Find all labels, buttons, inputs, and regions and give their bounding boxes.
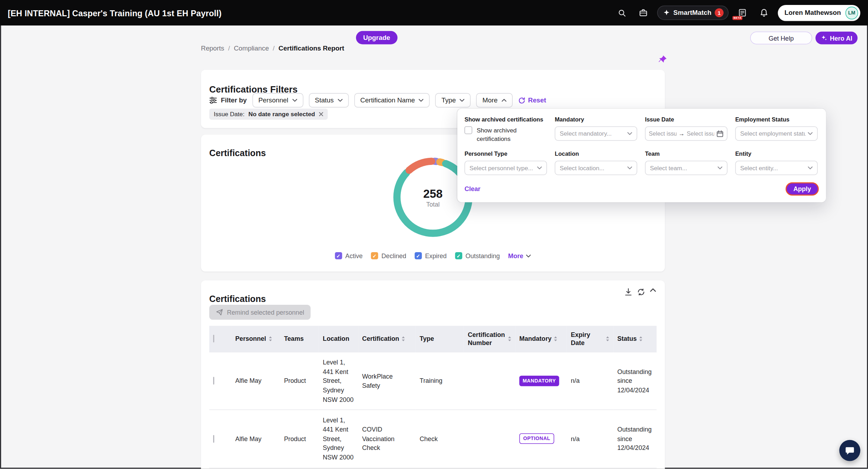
checkbox-checked[interactable] — [455, 252, 462, 259]
cell-teams: Product — [280, 352, 319, 410]
table-title: Certifications — [209, 295, 266, 304]
personnel-type-select[interactable]: Select personnel type... — [464, 161, 547, 175]
pin-report-button[interactable] — [657, 54, 668, 65]
column-header-type[interactable]: Type — [416, 326, 464, 352]
sort-icon[interactable] — [554, 336, 557, 342]
smartmatch-button[interactable]: SmartMatch 1 — [657, 6, 729, 20]
refresh-button[interactable] — [637, 288, 645, 296]
type-filter-button[interactable]: Type — [435, 93, 471, 108]
calendar-icon[interactable] — [716, 130, 723, 137]
chevron-down-icon — [460, 99, 465, 102]
chevron-down-icon — [627, 132, 632, 135]
topbar-actions: SmartMatch 1 BETA Loren Mathewson LM — [614, 5, 860, 21]
apply-filters-button[interactable]: Apply — [785, 182, 819, 196]
legend-outstanding[interactable]: Outstanding — [455, 252, 500, 259]
issue-date-to-input[interactable]: Select issu — [687, 130, 714, 137]
column-header-location[interactable]: Location — [319, 326, 358, 352]
column-header-certification-number[interactable]: Certification Number — [464, 326, 516, 352]
beta-badge: BETA — [733, 16, 743, 20]
more-filter-button[interactable]: More — [476, 93, 513, 108]
user-menu[interactable]: Loren Mathewson LM — [778, 5, 860, 21]
legend-active[interactable]: Active — [335, 252, 363, 259]
status-filter-button[interactable]: Status — [309, 93, 349, 108]
breadcrumb-separator: / — [228, 44, 230, 52]
chat-widget-button[interactable] — [839, 440, 861, 461]
column-header-status[interactable]: Status — [613, 326, 656, 352]
search-button[interactable] — [614, 5, 629, 20]
column-header-certification[interactable]: Certification — [358, 326, 416, 352]
checkbox-checked[interactable] — [415, 252, 422, 259]
cell-status: Outstanding since 12/04/2024 — [613, 352, 656, 410]
reset-filters-button[interactable]: Reset — [518, 96, 546, 104]
get-help-button[interactable]: Get Help — [750, 31, 812, 44]
column-header-expiry-date[interactable]: Expiry Date — [567, 326, 614, 352]
mandatory-select[interactable]: Select mandatory... — [555, 126, 637, 141]
issue-date-from-input[interactable]: Select issu — [649, 130, 676, 137]
show-archived-checkbox[interactable]: Show archived certifications — [464, 126, 547, 143]
filter-by-label: Filter by — [209, 96, 247, 104]
sort-icon[interactable] — [639, 336, 643, 342]
checkbox-checked[interactable] — [371, 252, 378, 259]
active-filter-chips: Issue Date: No date range selected — [209, 109, 328, 120]
checkbox-checked[interactable] — [335, 252, 342, 259]
checkbox-unchecked[interactable] — [464, 126, 472, 134]
select-all-checkbox[interactable] — [213, 335, 214, 343]
issue-date-chip[interactable]: Issue Date: No date range selected — [209, 109, 328, 120]
close-icon[interactable] — [319, 112, 324, 117]
chevron-down-icon — [292, 99, 297, 102]
table-actions — [625, 288, 658, 296]
sort-icon[interactable] — [402, 336, 405, 342]
sort-icon[interactable] — [508, 336, 512, 342]
filter-row: Filter by Personnel Status Certification… — [209, 93, 546, 108]
chevron-down-icon — [627, 166, 632, 169]
hero-ai-label: Hero AI — [830, 35, 852, 41]
sort-icon[interactable] — [268, 336, 272, 342]
cell-teams: Product — [280, 410, 319, 468]
personnel-filter-button[interactable]: Personnel — [252, 93, 303, 108]
row-checkbox[interactable] — [213, 435, 214, 443]
row-checkbox[interactable] — [213, 377, 214, 385]
upgrade-button[interactable]: Upgrade — [356, 31, 397, 44]
cell-expiry-date: n/a — [567, 410, 614, 468]
employment-status-field: Employment Status Select employment stat… — [735, 116, 818, 143]
breadcrumb-reports[interactable]: Reports — [201, 44, 224, 52]
cell-location: Level 1, 441 Kent Street, Sydney NSW 200… — [319, 410, 358, 468]
remind-selected-personnel-button[interactable]: Remind selected personnel — [209, 305, 311, 320]
pin-icon — [658, 55, 667, 64]
column-header-teams[interactable]: Teams — [280, 326, 319, 352]
clear-filters-button[interactable]: Clear — [464, 185, 480, 192]
collapse-button[interactable] — [650, 288, 658, 296]
breadcrumb-compliance[interactable]: Compliance — [234, 44, 269, 52]
chevron-down-icon — [419, 99, 424, 102]
sort-icon[interactable] — [605, 336, 609, 342]
beta-feature-button[interactable]: BETA — [735, 5, 750, 20]
search-icon — [618, 8, 626, 17]
column-header-mandatory[interactable]: Mandatory — [516, 326, 567, 352]
legend-expired[interactable]: Expired — [415, 252, 447, 259]
issue-date-field: Issue Date Select issu → Select issu — [645, 116, 728, 143]
download-button[interactable] — [625, 288, 632, 296]
team-select[interactable]: Select team... — [645, 161, 728, 175]
legend-declined[interactable]: Declined — [371, 252, 406, 259]
team-field: Team Select team... — [645, 150, 728, 175]
column-header-personnel[interactable]: Personnel — [231, 326, 280, 352]
mandatory-badge: MANDATORY — [519, 376, 559, 386]
hero-ai-button[interactable]: Hero AI — [815, 31, 858, 44]
notifications-button[interactable] — [756, 5, 772, 20]
sparkle-icon — [821, 35, 827, 41]
table-row: Alfie May Product Level 1, 441 Kent Stre… — [209, 352, 657, 410]
issue-date-range-input[interactable]: Select issu → Select issu — [645, 126, 728, 141]
download-icon — [625, 288, 632, 296]
more-filters-panel: Show archived certifications Show archiv… — [457, 109, 826, 202]
location-select[interactable]: Select location... — [555, 161, 637, 175]
smartmatch-label: SmartMatch — [673, 9, 711, 17]
legend-more-button[interactable]: More — [508, 253, 531, 259]
organisation-button[interactable] — [636, 5, 651, 20]
employment-status-select[interactable]: Select employment statu — [735, 126, 818, 141]
certifications-table: Personnel Teams Location Certification T… — [209, 326, 657, 468]
org-title: [EH INTERNAL] Casper's Training (AU 1st … — [8, 8, 222, 18]
cell-type: Check — [416, 410, 464, 468]
certification-name-filter-button[interactable]: Certification Name — [354, 93, 430, 108]
entity-select[interactable]: Select entity... — [735, 161, 818, 175]
cell-expiry-date: n/a — [567, 352, 614, 410]
